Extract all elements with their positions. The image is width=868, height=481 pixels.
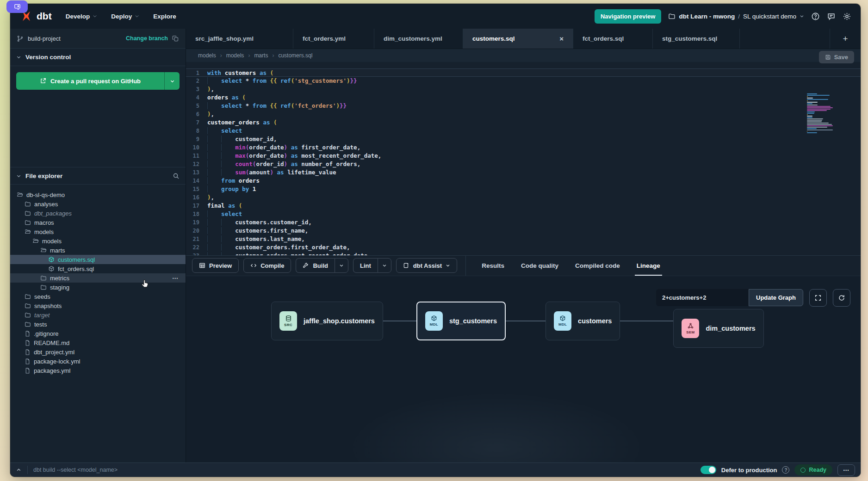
statusbar-divider: [27, 466, 28, 474]
defer-help-icon[interactable]: ?: [782, 466, 789, 474]
editor-minimap[interactable]: [807, 93, 834, 134]
tree-item[interactable]: customers.sql: [10, 255, 186, 264]
command-input[interactable]: [33, 467, 274, 473]
lint-button[interactable]: Lint: [353, 258, 378, 273]
code-text: ),: [207, 110, 214, 118]
update-graph-button[interactable]: Update Graph: [749, 289, 803, 306]
editor-tab[interactable]: fct_orders.yml: [293, 29, 374, 49]
tree-item[interactable]: models: [10, 236, 186, 246]
create-pull-request-button[interactable]: Create a pull request on GitHub: [16, 72, 164, 90]
search-icon[interactable]: [173, 173, 180, 179]
lineage-node[interactable]: MDLcustomers: [546, 302, 620, 340]
change-branch-link[interactable]: Change branch: [126, 35, 168, 42]
navigation-preview-button[interactable]: Navigation preview: [595, 9, 661, 24]
version-control-header[interactable]: Version control: [10, 49, 186, 66]
line-number: 16: [186, 193, 207, 202]
compile-button[interactable]: Compile: [243, 258, 291, 273]
file-explorer-label: File explorer: [25, 173, 62, 179]
lineage-graph[interactable]: SRCjaffle_shop.customersMDLstg_customers…: [186, 302, 861, 348]
new-tab-button[interactable]: +: [830, 29, 861, 49]
code-line: 14 from orders: [186, 177, 861, 185]
breadcrumb-item[interactable]: marts: [254, 52, 268, 59]
tree-item[interactable]: analyses: [10, 199, 186, 209]
help-icon[interactable]: [811, 12, 820, 21]
tree-item[interactable]: dbt_packages: [10, 209, 186, 218]
minimap-line: [807, 131, 807, 132]
breadcrumb-item[interactable]: customers.sql: [278, 52, 312, 59]
editor-tab[interactable]: src_jaffle_shop.yml: [186, 29, 293, 49]
tree-item[interactable]: README.md: [10, 338, 186, 347]
tree-item[interactable]: dbt_project.yml: [10, 347, 186, 357]
result-tab-lineage[interactable]: Lineage: [637, 257, 660, 275]
lint-dropdown[interactable]: [378, 258, 391, 273]
code-line: 8 select: [186, 127, 861, 135]
chevron-down-icon: [339, 263, 344, 268]
breadcrumb-item[interactable]: models: [226, 52, 244, 59]
lineage-node[interactable]: MDLstg_customers: [416, 302, 506, 340]
tree-item[interactable]: fct_orders.sql: [10, 264, 186, 273]
version-control-label: Version control: [25, 54, 71, 61]
defer-toggle[interactable]: [701, 466, 716, 474]
tree-item[interactable]: marts: [10, 246, 186, 255]
result-tab-compiled-code[interactable]: Compiled code: [575, 257, 620, 275]
pr-button-dropdown[interactable]: [164, 72, 180, 90]
project-breadcrumb[interactable]: dbt Learn - mwong / SL quickstart demo: [668, 12, 804, 20]
expand-command-bar-button[interactable]: [16, 467, 22, 473]
tree-item[interactable]: macros: [10, 218, 186, 227]
save-button[interactable]: Save: [819, 51, 854, 63]
lineage-filter-input[interactable]: [656, 289, 749, 306]
tree-item[interactable]: seeds: [10, 292, 186, 301]
build-dropdown[interactable]: [335, 258, 348, 273]
code-line: 22 customer_orders.first_order_date,: [186, 243, 861, 252]
minimap-line: [807, 103, 812, 104]
minimap-line: [807, 132, 817, 133]
lineage-filter-group: Update Graph: [656, 289, 803, 306]
top-nav: dbt DevelopDeployExplore Navigation prev…: [10, 4, 861, 29]
refresh-button[interactable]: [833, 289, 850, 307]
code-editor[interactable]: 1with customers as (2 select * from {{ r…: [186, 62, 861, 255]
tree-item[interactable]: staging: [10, 283, 186, 292]
feedback-icon[interactable]: [827, 12, 836, 21]
tree-item[interactable]: snapshots: [10, 301, 186, 310]
file-explorer-header[interactable]: File explorer: [10, 167, 186, 185]
nav-menu-deploy[interactable]: Deploy: [111, 13, 139, 20]
model-cube-icon: [431, 315, 437, 321]
mouse-cursor: [140, 278, 150, 290]
tree-item[interactable]: target: [10, 310, 186, 320]
tree-item[interactable]: .gitignore: [10, 329, 186, 338]
build-button[interactable]: Build: [296, 258, 335, 273]
editor-panel: src_jaffle_shop.ymlfct_orders.ymldim_cus…: [186, 29, 861, 462]
nav-menu-explore[interactable]: Explore: [153, 13, 176, 20]
tree-item[interactable]: packages.yml: [10, 366, 186, 375]
fullscreen-button[interactable]: [809, 289, 827, 307]
tree-item[interactable]: package-lock.yml: [10, 357, 186, 366]
chevron-down-icon: [446, 263, 450, 268]
editor-tab[interactable]: customers.sql×: [463, 29, 573, 49]
result-tab-code-quality[interactable]: Code quality: [521, 257, 558, 275]
editor-tab[interactable]: stg_customers.sql: [653, 29, 740, 49]
lineage-node[interactable]: SEMdim_customers: [673, 309, 763, 348]
more-icon[interactable]: ⋯: [172, 275, 184, 282]
tab-label: src_jaffle_shop.yml: [195, 35, 254, 42]
breadcrumb-item[interactable]: models: [198, 52, 216, 59]
tree-item[interactable]: models: [10, 227, 186, 236]
database-icon: [285, 315, 292, 322]
tree-item[interactable]: metrics⋯: [10, 273, 186, 283]
result-tab-results[interactable]: Results: [482, 257, 504, 275]
chevron-down-icon: [16, 173, 21, 179]
close-icon[interactable]: ×: [559, 35, 564, 43]
folder-icon: [25, 293, 31, 300]
folder-icon: [40, 247, 47, 253]
preview-button[interactable]: Preview: [192, 258, 239, 273]
lineage-node[interactable]: SRCjaffle_shop.customers: [271, 302, 383, 340]
chevron-down-icon: [93, 14, 97, 18]
editor-tab[interactable]: fct_orders.sql: [573, 29, 653, 49]
gear-icon[interactable]: [843, 12, 851, 21]
editor-tab[interactable]: dim_customers.yml: [374, 29, 463, 49]
tree-item[interactable]: db-sl-qs-demo: [10, 190, 186, 199]
tree-item[interactable]: tests: [10, 320, 186, 329]
dbt-assist-button[interactable]: dbt Assist: [396, 258, 457, 273]
nav-menu-develop[interactable]: Develop: [66, 13, 98, 20]
copy-icon[interactable]: [172, 35, 179, 42]
statusbar-more-button[interactable]: ⋯: [837, 464, 855, 476]
